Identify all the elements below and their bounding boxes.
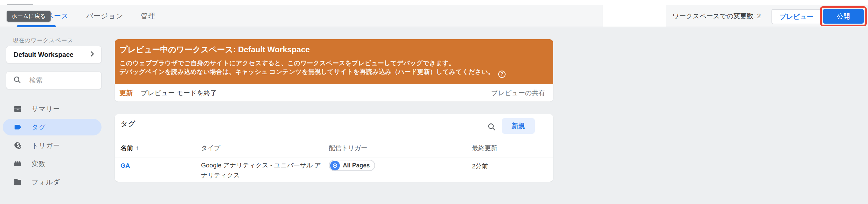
header-redacted-area [603,5,666,27]
column-header-trigger: 配信トリガー [329,144,367,152]
current-workspace-label: 現在のワークスペース [13,37,73,44]
variable-icon [13,159,22,168]
sidebar-search-box[interactable] [6,71,101,89]
chevron-right-icon [89,50,96,59]
sidebar-item-label: フォルダ [32,178,60,187]
sidebar-item-label: 変数 [32,159,45,168]
sidebar-nav: サマリー タグ トリガー 変数 [0,100,115,191]
new-tag-button[interactable]: 新規 [502,118,535,134]
preview-banner-body: プレビュー中のワークスペース: Default Workspace このウェブブ… [115,39,553,84]
pageview-eye-icon [330,161,340,170]
folder-icon [13,178,22,186]
table-header-row: 名前↑ タイプ 配信トリガー 最終更新 [115,142,553,154]
sidebar-item-triggers[interactable]: トリガー [3,137,101,154]
sidebar-item-tags[interactable]: タグ [3,119,101,136]
preview-button[interactable]: プレビュー [772,9,822,24]
share-preview-link[interactable]: プレビューの共有 [491,89,545,97]
workspace-selector[interactable]: Default Workspace [6,46,101,63]
refresh-link[interactable]: 更新 [120,89,133,97]
sidebar-item-variables[interactable]: 変数 [3,155,101,172]
workspace-name: Default Workspace [13,51,89,59]
preview-mode-banner: プレビュー中のワークスペース: Default Workspace このウェブブ… [115,39,553,101]
preview-banner-footer: 更新 プレビュー モードを終了 プレビューの共有 [115,84,553,101]
tab-versions[interactable]: バージョン [86,11,123,21]
column-header-name[interactable]: 名前↑ [121,144,139,152]
trigger-badge-label: All Pages [343,162,370,169]
help-icon[interactable]: ? [498,70,505,78]
search-input[interactable] [29,77,96,84]
preview-banner-title: プレビュー中のワークスペース: Default Workspace [120,44,549,55]
sidebar-item-label: タグ [32,123,46,132]
search-icon [13,76,21,85]
last-updated-cell: 2分前 [472,162,488,171]
preview-banner-line2: デバッグペインを読み込めない場合は、キャッシュ コンテンツを無視してサイトを再読… [120,68,549,78]
publish-highlight-box: 公開 [820,6,867,26]
column-header-name-label: 名前 [121,144,133,151]
tag-type-cell: Google アナリティクス - ユニバーサル アナリティクス [201,161,325,180]
tag-icon [13,123,22,132]
tab-admin[interactable]: 管理 [141,11,155,21]
tag-name-link[interactable]: GA [121,162,130,169]
back-to-home-tooltip: ホームに戻る [7,11,51,22]
sort-ascending-icon: ↑ [136,144,139,151]
search-icon[interactable] [487,122,496,132]
trigger-badge[interactable]: All Pages [329,160,375,171]
publish-button[interactable]: 公開 [823,9,864,24]
summary-icon [13,105,22,113]
top-navigation-bar: ワークスペース バージョン 管理 ホームに戻る ワークスペースでの変更数: 2 … [0,5,868,27]
trigger-icon [13,141,22,150]
top-strip [0,0,868,5]
sidebar-item-folders[interactable]: フォルダ [3,174,101,191]
preview-banner-line1: このウェブブラウザでご自身のサイトにアクセスすると、このワークスペースをプレビュ… [120,59,549,67]
preview-banner-line2-text: デバッグペインを読み込めない場合は、キャッシュ コンテンツを無視してサイトを再読… [120,68,494,75]
workspace-changes-count: ワークスペースでの変更数: 2 [672,5,761,27]
tags-panel-title: タグ [121,119,135,129]
sidebar: 現在のワークスペース Default Workspace サマリー [0,27,115,204]
table-row[interactable]: GA Google アナリティクス - ユニバーサル アナリティクス All P… [115,157,553,182]
column-header-updated: 最終更新 [472,144,497,152]
gtm-workspace-page: ワークスペース バージョン 管理 ホームに戻る ワークスペースでの変更数: 2 … [0,0,868,204]
sidebar-item-label: サマリー [32,105,60,114]
tags-panel: タグ 新規 名前↑ タイプ 配信トリガー 最終更新 GA Google アナリテ… [115,114,553,182]
sidebar-item-summary[interactable]: サマリー [3,100,101,117]
column-header-type: タイプ [201,144,220,152]
exit-preview-link[interactable]: プレビュー モードを終了 [141,89,217,97]
sidebar-item-label: トリガー [32,141,60,150]
